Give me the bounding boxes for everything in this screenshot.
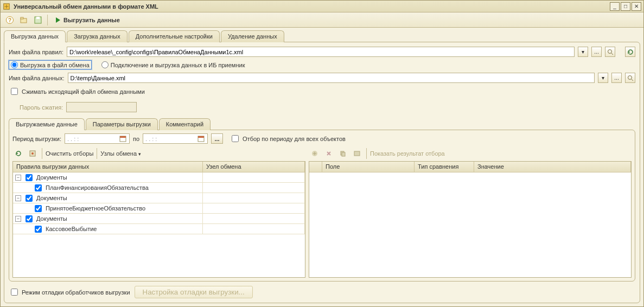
maximize-button[interactable]: □ <box>621 2 630 11</box>
svg-rect-14 <box>198 136 204 138</box>
col-node-header[interactable]: Узел обмена <box>203 162 305 172</box>
tab-delete[interactable]: Удаление данных <box>221 30 284 42</box>
left-mini-toolbar: Очистить отборы Узлы обмена ▾ <box>12 147 305 160</box>
main-toolbar: ? Выгрузить данные <box>1 12 643 28</box>
row-label: Документы <box>36 174 67 181</box>
rules-search-icon[interactable] <box>605 47 615 57</box>
rules-grid: Правила выгрузки данных Узел обмена −Док… <box>12 161 305 278</box>
open-icon[interactable] <box>18 14 30 26</box>
save-icon[interactable] <box>32 14 44 26</box>
row-label: Документы <box>36 215 67 222</box>
radio-export-to-file[interactable]: Выгрузка в файл обмена <box>9 60 92 69</box>
close-button[interactable]: ✕ <box>632 2 641 11</box>
svg-rect-6 <box>36 17 40 19</box>
svg-point-9 <box>628 75 632 79</box>
svg-rect-4 <box>21 17 23 19</box>
period-label: Период выгрузки: <box>12 136 61 142</box>
table-row[interactable]: ПринятоеБюджетноеОбязательство <box>13 203 305 214</box>
calendar-icon[interactable] <box>119 135 127 143</box>
svg-line-10 <box>632 79 633 81</box>
password-label: Пароль сжатия: <box>20 104 63 111</box>
row-checkbox[interactable] <box>25 195 33 202</box>
row-label: ПланФинансированияОбязательства <box>46 184 149 191</box>
refresh-icon[interactable] <box>12 148 24 159</box>
app-icon <box>3 3 10 10</box>
main-tabbar: Выгрузка данных Загрузка данных Дополнит… <box>4 30 640 42</box>
debug-mode-label: Режим отладки обработчиков выгрузки <box>22 289 130 296</box>
svg-line-8 <box>611 53 613 55</box>
tree-toggle-icon[interactable]: − <box>15 175 21 181</box>
table-row[interactable]: −Документы <box>13 172 305 183</box>
col-field-header[interactable]: Поле <box>322 162 415 172</box>
row-checkbox[interactable] <box>35 184 42 191</box>
settings-icon[interactable] <box>27 148 39 159</box>
period-from-input[interactable]: . . : : <box>65 133 130 144</box>
table-row[interactable]: КассовоеВыбытие <box>13 224 305 234</box>
data-search-icon[interactable] <box>625 73 635 83</box>
row-checkbox[interactable] <box>35 226 42 233</box>
col-rules-header[interactable]: Правила выгрузки данных <box>13 162 203 172</box>
clear-filters-button[interactable]: Очистить отборы <box>46 150 93 157</box>
toolbar-separator <box>47 15 48 25</box>
minimize-button[interactable]: _ <box>610 2 620 11</box>
svg-rect-12 <box>120 136 126 138</box>
run-export-button[interactable]: Выгрузить данные <box>51 14 125 26</box>
debug-config-button: Настройка отладки выгрузки... <box>135 286 253 298</box>
tree-toggle-icon[interactable]: − <box>15 216 21 222</box>
row-checkbox[interactable] <box>25 174 33 181</box>
rules-refresh-icon[interactable] <box>625 47 635 57</box>
row-checkbox[interactable] <box>25 215 33 222</box>
run-export-label: Выгрузить данные <box>63 17 120 23</box>
table-row[interactable]: ПланФинансированияОбязательства <box>13 183 305 193</box>
tab-export[interactable]: Выгрузка данных <box>4 30 66 42</box>
row-label: ПринятоеБюджетноеОбязательство <box>46 205 145 212</box>
compress-checkbox[interactable] <box>11 88 18 95</box>
table-row[interactable]: −Документы <box>13 214 305 224</box>
row-label: Документы <box>36 195 67 201</box>
window-title: Универсальный обмен данными в формате XM… <box>14 3 607 10</box>
add-row-icon <box>309 148 321 159</box>
inner-tabbar: Выгружаемые данные Параметры выгрузки Ко… <box>9 118 635 130</box>
show-result-button: Показать результат отбора <box>370 150 445 157</box>
period-filter-all-checkbox[interactable] <box>232 135 239 142</box>
rules-file-label: Имя файла правил: <box>9 49 63 55</box>
tab-settings[interactable]: Дополнительные настройки <box>129 30 220 42</box>
right-mini-toolbar: Показать результат отбора <box>309 147 632 160</box>
period-filter-all-label: Отбор по периоду для всех объектов <box>243 136 346 142</box>
row-checkbox[interactable] <box>35 205 42 212</box>
data-file-label: Имя файла данных: <box>9 75 65 81</box>
tab-export-params[interactable]: Параметры выгрузки <box>86 118 158 130</box>
help-icon[interactable]: ? <box>4 14 16 26</box>
password-input <box>66 102 137 112</box>
col-value-header[interactable]: Значение <box>474 162 631 172</box>
data-browse-button[interactable]: ... <box>611 73 622 83</box>
col-compare-header[interactable]: Тип сравнения <box>415 162 474 172</box>
period-to-input[interactable]: . . : : <box>143 133 208 144</box>
debug-mode-checkbox[interactable] <box>11 289 18 296</box>
delete-row-icon <box>323 148 335 159</box>
exchange-nodes-button[interactable]: Узлы обмена ▾ <box>100 150 141 157</box>
table-row[interactable]: −Документы <box>13 193 305 203</box>
titlebar: Универсальный обмен данными в формате XM… <box>1 1 643 12</box>
play-icon <box>56 17 60 23</box>
data-dropdown-icon[interactable]: ▾ <box>598 73 608 83</box>
tab-comment[interactable]: Комментарий <box>159 118 211 130</box>
tree-toggle-icon[interactable]: − <box>15 195 21 201</box>
period-to-label: по <box>133 136 139 142</box>
rules-file-input[interactable] <box>67 47 575 57</box>
edit-row-icon <box>351 148 363 159</box>
svg-point-16 <box>31 152 34 155</box>
data-file-input[interactable] <box>68 73 595 83</box>
rules-browse-button[interactable]: ... <box>591 47 602 57</box>
svg-rect-20 <box>354 151 360 156</box>
col-check-header[interactable] <box>309 162 322 172</box>
svg-text:?: ? <box>8 17 11 23</box>
compress-label: Сжимать исходящий файл обмена данными <box>22 88 145 95</box>
calendar-icon[interactable] <box>197 135 205 143</box>
period-picker-button[interactable]: ... <box>211 133 223 144</box>
tab-import[interactable]: Загрузка данных <box>67 30 127 42</box>
svg-rect-19 <box>342 152 345 156</box>
radio-export-to-ib[interactable]: Подключение и выгрузка данных в ИБ прием… <box>101 61 245 68</box>
tab-export-data[interactable]: Выгружаемые данные <box>9 118 85 130</box>
rules-dropdown-icon[interactable]: ▾ <box>578 47 588 57</box>
